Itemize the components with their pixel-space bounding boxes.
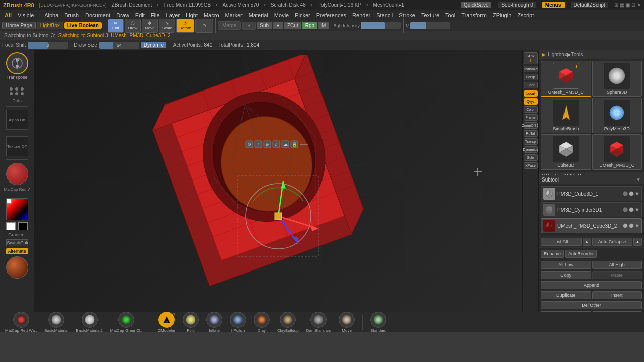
rotat-btn[interactable]: RoTat xyxy=(524,130,538,137)
switchcolor-btn[interactable]: SwitchColor xyxy=(6,239,28,246)
menu-render[interactable]: Render xyxy=(350,12,373,19)
dynamics2-btn[interactable]: Dynamics xyxy=(524,146,538,153)
sub-submenu-btn[interactable]: ▼ xyxy=(273,22,283,29)
qvyz-btn[interactable]: Qvyz xyxy=(524,98,538,105)
menu-light[interactable]: Light xyxy=(183,12,200,19)
quicksave-btn[interactable]: QuickSave xyxy=(461,2,491,8)
material-ball[interactable] xyxy=(6,163,28,185)
list-all-arrow[interactable]: ▲ xyxy=(583,238,591,246)
delete-btn[interactable]: Delete xyxy=(541,311,591,312)
subtool-eye3[interactable]: 👁 xyxy=(635,223,639,228)
del-all-btn[interactable]: Del All xyxy=(592,311,642,312)
menu-file[interactable]: File xyxy=(148,12,163,19)
merge-submenu-btn[interactable]: ▼ xyxy=(242,22,256,30)
menu-macro[interactable]: Macro xyxy=(201,12,222,19)
sub-btn[interactable]: Sub xyxy=(257,22,272,29)
auto-collapse-arrow[interactable]: ▲ xyxy=(633,238,642,246)
tab-home[interactable]: Home Page xyxy=(2,22,36,29)
tool-cube3d[interactable]: Cube3D xyxy=(541,134,591,170)
menu-zplugin[interactable]: ZPlugin xyxy=(490,12,514,19)
bottom-tool-matcap-red[interactable]: MatCap Red Wa.. xyxy=(5,312,37,333)
move-btn[interactable]: ✥Move xyxy=(142,19,158,33)
transpose-tool[interactable]: Transpose xyxy=(4,52,30,80)
menu-movie[interactable]: Movie xyxy=(272,12,291,19)
menu-preferences[interactable]: Preferences xyxy=(314,12,349,19)
menu-zscript[interactable]: Zscript xyxy=(515,12,536,19)
bottom-tool-matcap-green[interactable]: MatCap GreenCl.. xyxy=(110,312,142,333)
bottom-tool-move[interactable]: Move xyxy=(339,312,355,333)
xpose-btn[interactable]: XPose xyxy=(524,162,538,169)
z-intensity-slider[interactable] xyxy=(410,22,450,29)
default-script-btn[interactable]: DefaultZScript xyxy=(571,2,608,8)
dynamic-btn-side[interactable]: Dynamic xyxy=(524,66,538,72)
bottom-tool-basicmat2[interactable]: BasicMaterial2 xyxy=(76,312,102,333)
menu-layer[interactable]: Layer xyxy=(164,12,183,19)
all-low-btn[interactable]: All Low xyxy=(541,261,591,269)
merge-down-btn[interactable]: Merge xyxy=(218,21,241,30)
lightbox-tools-row[interactable]: ▶ Lightbox▶Tools xyxy=(539,50,644,59)
alternate-btn[interactable]: Alternate xyxy=(6,248,28,254)
persp-btn[interactable]: Persp xyxy=(524,74,538,80)
menu-document[interactable]: Document xyxy=(83,12,113,19)
menu-draw[interactable]: Draw xyxy=(114,12,132,19)
tab-lightbox[interactable]: LightBox xyxy=(37,22,63,29)
bottom-tool-standard[interactable]: Standard xyxy=(370,312,386,333)
append-btn[interactable]: Append xyxy=(541,281,642,289)
menu-stroke[interactable]: Stroke xyxy=(396,12,418,19)
subtool-item-umesh3d2[interactable]: UMesh_PM3D_Cube3D_2 👁 xyxy=(541,218,642,233)
insert-btn[interactable]: Insert xyxy=(592,291,642,299)
menu-texture[interactable]: Texture xyxy=(419,12,442,19)
duplicate-btn[interactable]: Duplicate xyxy=(541,291,591,299)
menu-visible-btn[interactable]: Visible xyxy=(15,12,36,19)
bottom-material-ball[interactable] xyxy=(6,256,28,279)
rotate-btn[interactable]: ↺Rotate xyxy=(176,19,194,33)
floor-btn[interactable]: Floor xyxy=(524,82,538,88)
see-through-btn[interactable]: See-through 0 xyxy=(498,2,536,8)
del-other-btn[interactable]: Del Other xyxy=(541,301,642,309)
subtool-eye2[interactable]: 👁 xyxy=(635,207,639,212)
dynamic-btn[interactable]: Dynamic xyxy=(141,42,166,48)
color-btn-side[interactable]: Color xyxy=(524,106,538,113)
spix-btn[interactable]: SPix 3 xyxy=(524,52,538,64)
menu-material[interactable]: Material xyxy=(246,12,271,19)
tool-simplebrush[interactable]: SimpleBrush xyxy=(541,98,591,133)
bottom-tool-damstandard[interactable]: DamStandard xyxy=(306,312,331,333)
menu-all-btn[interactable]: All xyxy=(2,12,14,19)
color-picker[interactable] xyxy=(6,198,28,220)
tool-sphere3d[interactable]: Sphere3D xyxy=(592,61,642,97)
black-swatch[interactable] xyxy=(18,222,28,230)
copy-btn[interactable]: Copy xyxy=(541,271,591,279)
transp-btn[interactable]: Transp xyxy=(524,138,538,145)
menu-picker[interactable]: Picker xyxy=(292,12,313,19)
auto-collapse-btn[interactable]: Auto Collapse xyxy=(592,238,633,246)
menu-marker[interactable]: Marker xyxy=(223,12,245,19)
menus-btn[interactable]: Menus xyxy=(542,2,565,8)
paste-btn[interactable]: Paste xyxy=(592,271,642,279)
rgb-intensity-slider[interactable] xyxy=(361,22,401,29)
scale-btn[interactable]: ⤡Scale xyxy=(159,19,175,33)
viewport[interactable]: ⚙ ↑ ⊕ ⌂ ☁ 🔒 xyxy=(34,50,522,312)
draw-btn[interactable]: ⬡Draw xyxy=(125,19,141,33)
tool-polymesh3d[interactable]: PolyMesh3D xyxy=(592,98,642,133)
frame-btn[interactable]: Frame xyxy=(524,114,538,121)
subtool-item-cyl3d1[interactable]: PM3D_Cylinder3D1 👁 xyxy=(541,202,642,217)
subtool-section-header[interactable]: Subtool ▼ xyxy=(539,175,644,184)
bottom-tool-hpolish[interactable]: hPolish xyxy=(230,312,246,333)
m-btn[interactable]: M xyxy=(318,22,329,29)
draw-size-slider[interactable]: 64 xyxy=(99,42,139,49)
subtool-item-cube3d1[interactable]: PM3D_Cube3D_1 👁 xyxy=(541,186,642,201)
focal-shift-slider[interactable]: 0 xyxy=(28,42,68,49)
floor-sphere-btn[interactable]: ⊙ xyxy=(195,19,213,33)
menu-brush[interactable]: Brush xyxy=(62,12,82,19)
zoom3d-btn[interactable]: ZoomOf3D xyxy=(524,122,538,129)
bottom-tool-inflate[interactable]: Inflate xyxy=(206,312,222,333)
all-high-btn[interactable]: All High xyxy=(592,261,642,269)
white-swatch[interactable] xyxy=(6,222,16,230)
menu-transform[interactable]: Transform xyxy=(459,12,489,19)
zcut-btn[interactable]: ZCut xyxy=(284,22,301,29)
list-all-btn[interactable]: List All xyxy=(541,238,582,246)
edit-btn[interactable]: ✏Edit xyxy=(108,19,124,33)
tab-live-boolean[interactable]: Live Boolean xyxy=(64,22,102,29)
menu-stencil[interactable]: Stencil xyxy=(374,12,395,19)
subtool-eye1[interactable]: 👁 xyxy=(635,191,639,196)
